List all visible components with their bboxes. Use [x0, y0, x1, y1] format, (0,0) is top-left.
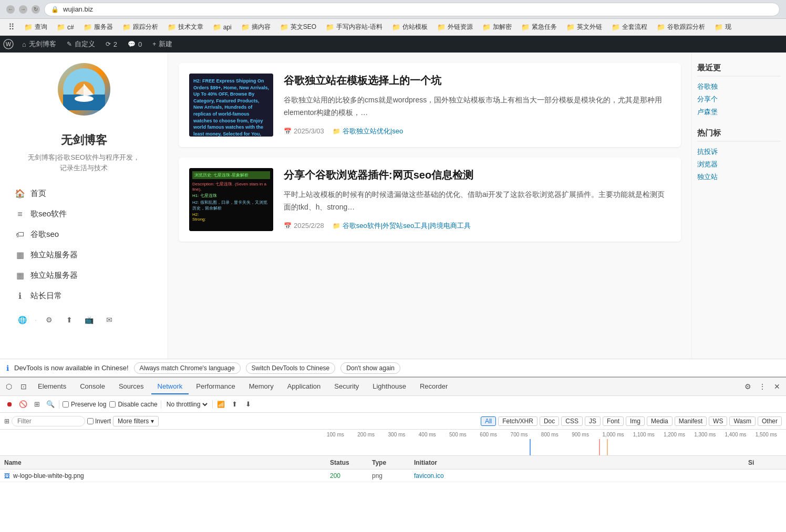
- article-category-1[interactable]: 📁 谷歌独立站优化|seo: [333, 127, 403, 136]
- wp-logo[interactable]: W: [0, 36, 17, 53]
- more-filters-btn[interactable]: More filters ▾: [113, 416, 159, 426]
- forward-button[interactable]: →: [19, 5, 27, 14]
- filter-input[interactable]: [12, 416, 85, 426]
- import-icon[interactable]: ⬇: [243, 399, 254, 410]
- recent-link-1[interactable]: 谷歌独: [697, 82, 781, 91]
- bookmark-跟踪分析[interactable]: 📁 跟踪分析: [118, 21, 162, 33]
- tab-performance[interactable]: Performance: [190, 379, 241, 394]
- bookmark-api[interactable]: 📁 api: [209, 22, 236, 33]
- bookmark-摘内容[interactable]: 📁 摘内容: [237, 21, 275, 33]
- nav-item-server1[interactable]: ▦ 独立站服务器: [11, 245, 157, 265]
- bookmark-现[interactable]: 📁 现: [710, 21, 736, 33]
- throttle-select[interactable]: No throttling: [164, 400, 209, 409]
- preserve-log-checkbox[interactable]: Preserve log: [63, 401, 106, 408]
- bookmark-服务器[interactable]: 📁 服务器: [79, 21, 117, 33]
- filter-js-btn[interactable]: JS: [585, 416, 601, 426]
- invert-checkbox[interactable]: Invert: [87, 418, 111, 425]
- nav-item-home[interactable]: 🏠 首页: [11, 183, 157, 204]
- search-btn[interactable]: 🔍: [45, 399, 56, 410]
- filter-icon-btn[interactable]: ⊞: [32, 399, 42, 410]
- admin-updates[interactable]: ⟳ 2: [100, 36, 122, 53]
- switch-to-chinese-btn[interactable]: Switch DevTools to Chinese: [246, 362, 336, 374]
- bookmark-全套流程[interactable]: 📁 全套流程: [607, 21, 651, 33]
- recent-link-2[interactable]: 分享个: [697, 95, 781, 104]
- filter-media-btn[interactable]: Media: [647, 416, 673, 426]
- upload-icon[interactable]: ⬆: [62, 312, 77, 327]
- tab-application[interactable]: Application: [281, 379, 327, 394]
- th-status[interactable]: Status: [326, 459, 368, 466]
- filter-manifest-btn[interactable]: Manifest: [675, 416, 707, 426]
- nav-item-seo-software[interactable]: ≡ 歌seo软件: [11, 204, 157, 224]
- address-bar[interactable]: 🔒 wujian.biz: [44, 3, 780, 16]
- admin-customize[interactable]: ✎ 自定义: [61, 36, 100, 53]
- devtools-device-icon[interactable]: ⊡: [17, 380, 30, 393]
- devtools-more-icon[interactable]: ⋮: [756, 380, 769, 393]
- admin-comments[interactable]: 💬 0: [122, 36, 147, 53]
- bookmark-英文外链[interactable]: 📁 英文外链: [562, 21, 606, 33]
- disable-cache-checkbox[interactable]: Disable cache: [109, 401, 157, 408]
- record-button[interactable]: ⏺: [4, 399, 15, 410]
- bookmark-仿站模板[interactable]: 📁 仿站模板: [388, 21, 432, 33]
- article-title-2[interactable]: 分享个谷歌浏览器插件:网页seo信息检测: [284, 168, 670, 182]
- devtools-close-icon[interactable]: ✕: [770, 380, 784, 393]
- tab-memory[interactable]: Memory: [243, 379, 280, 394]
- export-icon[interactable]: ⬆: [230, 399, 240, 410]
- filter-font-btn[interactable]: Font: [603, 416, 624, 426]
- bookmark-加解密[interactable]: 📁 加解密: [478, 21, 516, 33]
- hot-link-1[interactable]: 抗投诉: [697, 147, 781, 157]
- bookmark-查询[interactable]: 📁 查询: [20, 21, 51, 33]
- devtools-pointer-icon[interactable]: ⬡: [2, 380, 16, 393]
- github-icon[interactable]: ⚙: [42, 312, 57, 327]
- invert-input[interactable]: [87, 418, 94, 424]
- bookmark-紧急任务[interactable]: 📁 紧急任务: [517, 21, 561, 33]
- clear-button[interactable]: 🚫: [18, 399, 28, 410]
- dont-show-again-btn[interactable]: Don't show again: [340, 362, 400, 374]
- bookmark-手写内容站[interactable]: 📁 手写内容站-语料: [322, 21, 387, 33]
- th-initiator[interactable]: Initiator: [410, 459, 744, 466]
- tab-security[interactable]: Security: [328, 379, 365, 394]
- filter-fetchxhr-btn[interactable]: Fetch/XHR: [498, 416, 537, 426]
- th-type[interactable]: Type: [368, 459, 410, 466]
- article-title-1[interactable]: 谷歌独立站在模板选择上的一个坑: [284, 74, 670, 88]
- refresh-button[interactable]: ↻: [32, 5, 40, 14]
- apps-button[interactable]: ⠿: [4, 20, 19, 34]
- bookmark-英文SEO[interactable]: 📁 英文SEO: [276, 21, 320, 33]
- filter-other-btn[interactable]: Other: [758, 416, 782, 426]
- filter-css-btn[interactable]: CSS: [561, 416, 583, 426]
- preserve-log-input[interactable]: [63, 401, 69, 408]
- table-row-1[interactable]: 🖼 w-logo-blue-white-bg.png 200 png favic…: [0, 470, 786, 482]
- always-match-language-btn[interactable]: Always match Chrome's language: [134, 362, 241, 374]
- td-initiator-1[interactable]: favicon.ico: [410, 472, 744, 479]
- tab-recorder[interactable]: Recorder: [413, 379, 454, 394]
- disable-cache-input[interactable]: [109, 401, 116, 408]
- admin-site-name[interactable]: ⌂ 无剑博客: [17, 36, 61, 53]
- devtools-settings-icon[interactable]: ⚙: [741, 380, 754, 393]
- hot-link-2[interactable]: 浏览器: [697, 160, 781, 169]
- filter-all-btn[interactable]: All: [481, 416, 496, 426]
- filter-img-btn[interactable]: Img: [626, 416, 645, 426]
- globe-icon[interactable]: 🌐: [15, 312, 29, 327]
- email-icon[interactable]: ✉: [102, 312, 117, 327]
- filter-ws-btn[interactable]: WS: [709, 416, 727, 426]
- nav-item-daily[interactable]: ℹ 站长日常: [11, 286, 157, 306]
- tab-elements[interactable]: Elements: [32, 379, 73, 394]
- article-category-2[interactable]: 📁 谷歌seo软件|外贸站seo工具|跨境电商工具: [333, 221, 471, 231]
- bookmark-谷歌跟踪分析[interactable]: 📁 谷歌跟踪分析: [653, 21, 709, 33]
- hot-link-3[interactable]: 独立站: [697, 172, 781, 182]
- tab-lighthouse[interactable]: Lighthouse: [366, 379, 412, 394]
- th-name[interactable]: Name: [0, 459, 326, 466]
- nav-item-server2[interactable]: ▦ 独立站服务器: [11, 265, 157, 286]
- tab-console[interactable]: Console: [74, 379, 111, 394]
- filter-doc-btn[interactable]: Doc: [540, 416, 559, 426]
- bookmark-c#[interactable]: 📁 c#: [53, 22, 78, 33]
- bookmark-外链资源[interactable]: 📁 外链资源: [433, 21, 477, 33]
- tab-network[interactable]: Network: [151, 379, 189, 394]
- nav-item-google-seo[interactable]: 🏷 谷歌seo: [11, 224, 157, 245]
- bookmark-技术文章[interactable]: 📁 技术文章: [163, 21, 208, 33]
- back-button[interactable]: ←: [6, 5, 15, 14]
- th-size[interactable]: Si: [744, 459, 786, 466]
- tab-sources[interactable]: Sources: [112, 379, 150, 394]
- admin-new[interactable]: + 新建: [147, 36, 178, 53]
- filter-wasm-btn[interactable]: Wasm: [729, 416, 756, 426]
- video-icon[interactable]: 📺: [82, 312, 97, 327]
